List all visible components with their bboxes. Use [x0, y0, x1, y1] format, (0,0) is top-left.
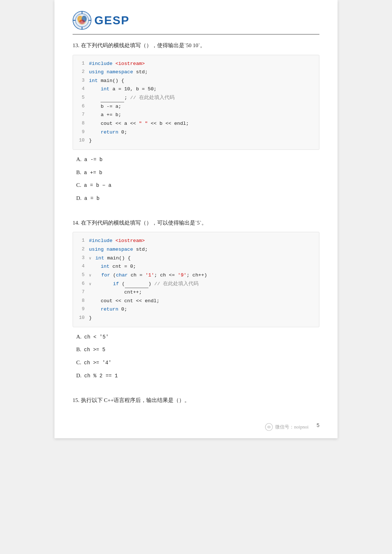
- q13-option-c: C. a = b − a: [76, 181, 319, 190]
- header: GESP: [73, 11, 319, 34]
- code-line: 3 ∨ int main() {: [79, 254, 313, 263]
- q13-option-d: D. a = b: [76, 194, 319, 203]
- code-line: 6 b -= a;: [79, 102, 313, 111]
- question-14-block: 14. 在下列代码的横线处填写（），可以使得输出是`5`。 1 #include…: [73, 218, 319, 381]
- code-line: 2 using namespace std;: [79, 245, 313, 254]
- question-13-block: 13. 在下列代码的横线处填写（），使得输出是`50 10`。 1 #inclu…: [73, 41, 319, 203]
- q14-options: A. ch < '5' B. ch >= 5 C. ch >= '4' D. c…: [76, 332, 319, 381]
- svg-point-10: [79, 20, 85, 24]
- code-line: 3 int main() {: [79, 77, 313, 85]
- gesp-logo-icon: [73, 11, 91, 30]
- q13-options: A. a -= b B. a += b C. a = b − a D. a = …: [76, 155, 319, 203]
- q14-option-c: C. ch >= '4': [76, 358, 319, 368]
- q14-code-block: 1 #include <iostream> 2 using namespace …: [73, 232, 319, 327]
- code-line: 4 int cnt = 0;: [79, 262, 313, 271]
- q13-code-block: 1 #include <iostream> 2 using namespace …: [73, 55, 319, 150]
- page-number: 5: [317, 422, 319, 428]
- q14-option-b: B. ch >= 5: [76, 345, 319, 354]
- q14-option-d: D. ch % 2 == 1: [76, 371, 319, 381]
- q14-option-a: A. ch < '5': [76, 332, 319, 342]
- code-line: 7 a += b;: [79, 111, 313, 119]
- q15-title: 15. 执行以下 C++语言程序后，输出结果是（）。: [73, 396, 319, 405]
- watermark-text-label: 微信号：noipnoi: [275, 424, 309, 430]
- page: GESP 13. 在下列代码的横线处填写（），使得输出是`50 10`。 1 #…: [54, 0, 338, 438]
- code-line: 6 ∨ if () // 在此处填入代码: [79, 280, 313, 288]
- code-line: 10 }: [79, 314, 313, 323]
- q14-title: 14. 在下列代码的横线处填写（），可以使得输出是`5`。: [73, 218, 319, 228]
- code-line: 10 }: [79, 136, 313, 145]
- logo-area: GESP: [73, 11, 130, 30]
- code-line: 7 cnt++;: [79, 288, 313, 297]
- gesp-brand-label: GESP: [94, 14, 130, 27]
- code-line: 5 ; // 在此处填入代码: [79, 94, 313, 102]
- watermark-icon: [265, 423, 273, 431]
- code-line: 4 int a = 10, b = 50;: [79, 85, 313, 94]
- q13-option-a: A. a -= b: [76, 155, 319, 164]
- code-line: 9 return 0;: [79, 128, 313, 137]
- q13-option-b: B. a += b: [76, 168, 319, 177]
- q13-title: 13. 在下列代码的横线处填写（），使得输出是`50 10`。: [73, 41, 319, 50]
- code-line: 5 ∨ for (char ch = '1'; ch <= '9'; ch++): [79, 271, 313, 280]
- code-line: 9 return 0;: [79, 305, 313, 314]
- code-line: 8 cout << cnt << endl;: [79, 297, 313, 305]
- code-line: 1 #include <iostream>: [79, 237, 313, 245]
- question-15-block: 15. 执行以下 C++语言程序后，输出结果是（）。: [73, 396, 319, 405]
- svg-point-12: [268, 426, 270, 428]
- code-line: 2 using namespace std;: [79, 68, 313, 77]
- code-line: 8 cout << a << " " << b << endl;: [79, 119, 313, 128]
- code-line: 1 #include <iostream>: [79, 59, 313, 68]
- watermark: 微信号：noipnoi: [265, 423, 309, 431]
